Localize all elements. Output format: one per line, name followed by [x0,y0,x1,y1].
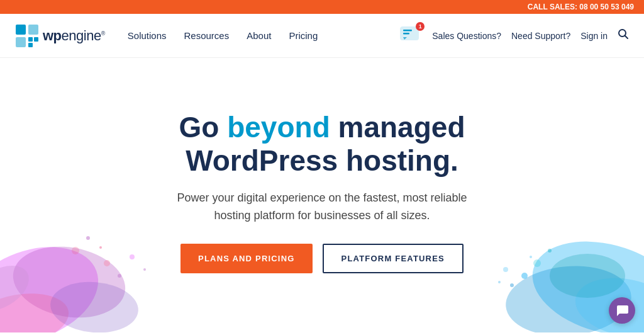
nav-sign-in[interactable]: Sign in [580,31,608,41]
chat-bubble-button[interactable] [609,297,635,324]
navbar: wpengine® Solutions Resources About Pric… [0,14,644,58]
svg-rect-7 [403,30,412,31]
call-sales-label: CALL SALES: [528,3,577,11]
nav-right: 1 Sales Questions? Need Support? Sign in [399,25,629,47]
svg-point-26 [570,271,644,332]
heading-part2: managed [330,111,465,144]
nav-right-links: Sales Questions? Need Support? Sign in [432,30,608,42]
nav-resources[interactable]: Resources [184,30,230,41]
svg-rect-1 [28,25,38,35]
plans-pricing-button[interactable]: PLANS AND PRICING [180,244,313,273]
svg-point-32 [533,259,541,267]
hero-buttons: PLANS AND PRICING PLATFORM FEATURES [180,244,464,273]
nav-solutions[interactable]: Solutions [128,30,167,41]
svg-rect-0 [16,25,26,35]
svg-point-23 [99,246,102,249]
svg-point-17 [104,260,110,266]
svg-point-33 [548,249,552,253]
chat-badge: 1 [416,22,425,31]
hero-heading: Go beyond managed WordPress hosting. [179,111,465,178]
heading-line2: WordPress hosting. [186,144,458,177]
top-bar: CALL SALES: 08 00 50 53 049 [0,0,644,14]
nav-sales-questions[interactable]: Sales Questions? [432,31,501,41]
phone-number: 08 00 50 53 049 [579,3,634,11]
chat-icon-wrap[interactable]: 1 [399,25,422,47]
nav-need-support[interactable]: Need Support? [511,31,570,41]
splash-left [0,169,182,332]
svg-point-25 [503,261,635,332]
svg-point-34 [530,256,532,258]
svg-rect-3 [28,37,33,42]
svg-rect-2 [16,37,26,47]
svg-point-20 [143,268,146,271]
heading-accent: beyond [227,111,330,144]
logo[interactable]: wpengine® [15,24,105,48]
svg-point-16 [0,256,36,321]
svg-rect-8 [403,33,409,35]
hero-subtext: Power your digital experience on the fas… [158,189,486,225]
search-icon [618,28,629,40]
main-nav: Solutions Resources About Pricing [128,30,318,42]
chat-bubble-icon [615,304,629,317]
logo-text: wpengine® [43,28,105,44]
svg-line-11 [625,36,628,39]
svg-point-22 [86,236,90,240]
svg-point-12 [0,230,111,332]
svg-rect-4 [34,37,38,42]
nav-about[interactable]: About [247,30,271,41]
nav-pricing[interactable]: Pricing [289,30,318,41]
svg-point-28 [521,273,528,279]
svg-point-29 [510,283,514,287]
svg-point-14 [0,287,73,332]
logo-icon [15,24,39,48]
svg-point-18 [118,274,121,278]
svg-point-19 [130,254,135,259]
search-button[interactable] [618,28,629,43]
heading-part1: Go [179,111,228,144]
svg-point-13 [8,238,131,326]
svg-point-21 [72,247,79,254]
svg-point-27 [550,254,625,298]
platform-features-button[interactable]: PLATFORM FEATURES [323,244,464,273]
hero-section: Go beyond managed WordPress hosting. Pow… [0,58,644,332]
svg-rect-5 [28,43,33,47]
svg-point-31 [498,281,501,283]
svg-point-15 [48,278,140,332]
svg-point-30 [503,267,508,272]
